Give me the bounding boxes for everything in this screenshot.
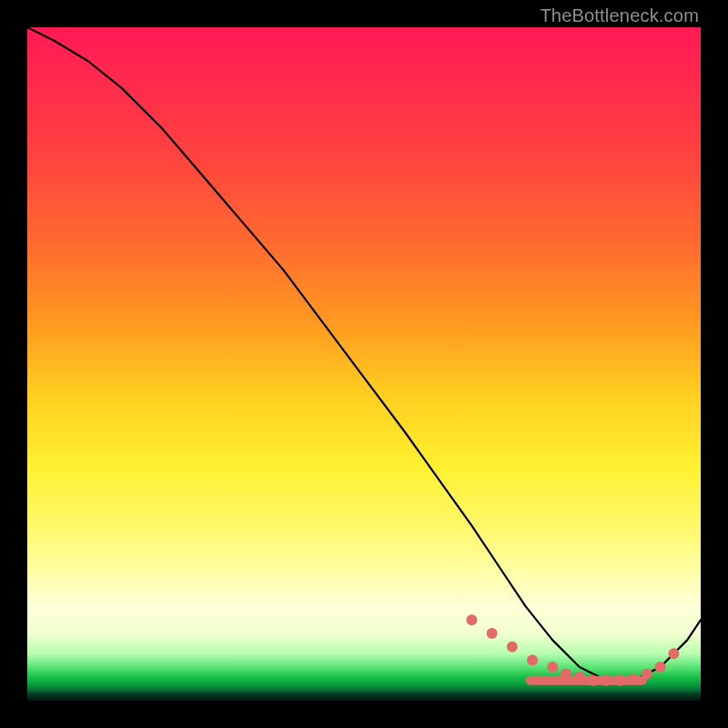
watermark-text: TheBottleneck.com [540, 5, 699, 26]
marker-dot [466, 614, 477, 625]
curve-line [27, 27, 701, 681]
marker-dot [527, 655, 538, 666]
marker-dot [642, 668, 652, 679]
chart-stage: TheBottleneck.com [0, 0, 728, 728]
marker-dot [655, 662, 666, 672]
curve-svg [27, 27, 701, 701]
marker-dots [466, 614, 679, 686]
marker-dot [547, 662, 558, 672]
marker-dot [601, 675, 612, 686]
marker-dot [487, 628, 498, 639]
marker-dot [668, 648, 679, 659]
marker-dot [628, 673, 639, 684]
marker-dot [561, 668, 571, 679]
marker-dot [507, 642, 518, 652]
marker-dot [614, 675, 625, 686]
marker-dot [574, 672, 585, 682]
plot-area [27, 27, 701, 701]
marker-dot [588, 675, 599, 686]
